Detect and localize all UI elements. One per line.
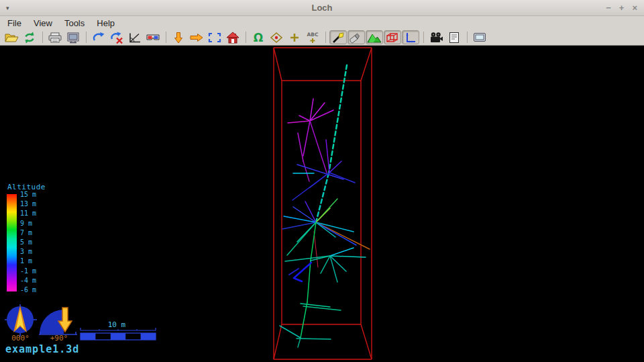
loaded-file-label: example1.3d bbox=[5, 343, 79, 355]
perspective-button[interactable] bbox=[126, 30, 144, 44]
surface-icon bbox=[366, 31, 382, 44]
survey-shot bbox=[310, 121, 327, 173]
reload-icon bbox=[21, 31, 38, 44]
survey-shot bbox=[329, 161, 341, 173]
camera-button[interactable] bbox=[427, 30, 445, 44]
perspective-icon bbox=[127, 31, 143, 44]
altitude-legend: Altitude 15 m13 m11 m9 m7 m5 m3 m1 m-1 m… bbox=[7, 183, 46, 293]
centerline-button[interactable] bbox=[329, 30, 347, 44]
stereo-button[interactable] bbox=[144, 30, 162, 44]
clino-angle-label: +90° bbox=[42, 334, 76, 343]
survey-shot bbox=[329, 65, 347, 173]
reset-view-button[interactable] bbox=[224, 30, 241, 44]
legend-tick-label: -1 m bbox=[20, 268, 36, 275]
compass-indicator bbox=[4, 304, 39, 337]
bounding-box-edge bbox=[274, 324, 282, 359]
toolbar-separator bbox=[246, 32, 246, 43]
torch-icon bbox=[348, 31, 364, 44]
legend-tick-label: 7 m bbox=[20, 230, 36, 236]
survey-shot bbox=[303, 121, 310, 156]
surface-button[interactable] bbox=[366, 30, 383, 44]
toolbar-separator bbox=[467, 32, 468, 43]
minimize-button[interactable]: − bbox=[606, 3, 611, 12]
export-render-button[interactable] bbox=[64, 30, 82, 44]
toolbar-separator bbox=[42, 32, 43, 43]
scalebar-icon bbox=[80, 328, 156, 340]
titlebar: ▾ Loch −+× bbox=[0, 0, 644, 16]
indicators-button[interactable] bbox=[402, 30, 419, 44]
maximize-button[interactable]: + bbox=[619, 3, 625, 12]
omega-icon: Ω bbox=[250, 31, 266, 44]
screen-icon bbox=[472, 31, 488, 44]
legend-tick-label: 9 m bbox=[20, 220, 36, 227]
toolbar-separator bbox=[423, 32, 424, 43]
menu-file[interactable]: File bbox=[1, 17, 28, 30]
menubar: FileViewToolsHelp bbox=[0, 16, 644, 30]
scalebar bbox=[77, 328, 161, 343]
crosses-button[interactable] bbox=[286, 30, 303, 44]
menu-view[interactable]: View bbox=[28, 17, 58, 30]
viewport-3d[interactable] bbox=[0, 46, 644, 362]
fit-scene-button[interactable] bbox=[206, 30, 223, 44]
survey-shot bbox=[294, 278, 302, 281]
survey-shot bbox=[289, 269, 299, 275]
legend-tick-label: 11 m bbox=[20, 210, 36, 217]
reload-button[interactable] bbox=[21, 30, 38, 44]
survey-shot bbox=[301, 302, 307, 338]
station-names-button[interactable]: ABC bbox=[304, 30, 321, 44]
legend-tick-label: 5 m bbox=[20, 239, 36, 246]
open-button[interactable] bbox=[3, 30, 20, 44]
legend-ticks: 15 m13 m11 m9 m7 m5 m3 m1 m-1 m-4 m-6 m bbox=[20, 191, 36, 293]
close-button[interactable]: × bbox=[632, 3, 637, 12]
survey-shot bbox=[292, 173, 329, 200]
survey-shot bbox=[314, 232, 318, 267]
cave-svg[interactable] bbox=[0, 46, 644, 362]
fit-scene-icon bbox=[207, 31, 223, 44]
survey-shot bbox=[298, 338, 301, 347]
survey-shot bbox=[329, 173, 355, 183]
survey-shot bbox=[303, 306, 341, 310]
survey-shot bbox=[321, 256, 330, 273]
rotate-button[interactable] bbox=[90, 30, 107, 44]
survey-shot bbox=[297, 338, 331, 339]
station-names-icon: ABC bbox=[305, 31, 321, 44]
walls-button[interactable] bbox=[347, 30, 365, 44]
legend-tick-label: -6 m bbox=[20, 287, 36, 293]
toolbar-separator bbox=[325, 32, 326, 43]
toolbar-separator bbox=[166, 32, 166, 43]
clino-indicator bbox=[39, 304, 79, 337]
menu-tools[interactable]: Tools bbox=[58, 17, 91, 30]
survey-shot bbox=[326, 140, 329, 173]
fullscreen-button[interactable] bbox=[471, 30, 488, 44]
window-controls: −+× bbox=[606, 3, 637, 12]
menu-help[interactable]: Help bbox=[91, 17, 121, 30]
survey-shot bbox=[330, 248, 354, 256]
bounding-box-edge bbox=[274, 48, 282, 81]
bounding-box-edge bbox=[361, 48, 372, 81]
print-button[interactable] bbox=[46, 30, 64, 44]
survey-shot bbox=[298, 133, 303, 161]
legend-gradient-bar bbox=[7, 194, 17, 291]
station-marks-button[interactable] bbox=[268, 30, 285, 44]
survey-shot bbox=[330, 256, 366, 257]
look-down-button[interactable] bbox=[170, 30, 187, 44]
visibility-button[interactable]: Ω bbox=[250, 30, 267, 44]
window-title: Loch bbox=[0, 3, 644, 13]
compass-bearing-label: 000° bbox=[5, 334, 36, 343]
look-ahead-button[interactable] bbox=[188, 30, 205, 44]
rotate-stop-icon bbox=[109, 31, 125, 44]
print-icon bbox=[47, 31, 63, 44]
survey-shot bbox=[299, 116, 310, 121]
bounding-box-button[interactable] bbox=[384, 30, 401, 44]
station-marks-icon bbox=[268, 31, 284, 44]
stop-rotation-button[interactable] bbox=[108, 30, 125, 44]
clino-dial-icon bbox=[39, 308, 77, 334]
centerline-icon bbox=[330, 31, 346, 44]
svg-text:Ω: Ω bbox=[254, 31, 263, 44]
log-button[interactable] bbox=[445, 30, 463, 44]
legend-tick-label: 15 m bbox=[20, 191, 36, 198]
bounding-box-edge bbox=[361, 324, 372, 359]
survey-shot bbox=[288, 121, 310, 123]
window-menu-icon[interactable]: ▾ bbox=[6, 5, 9, 11]
survey-shot bbox=[303, 161, 309, 181]
